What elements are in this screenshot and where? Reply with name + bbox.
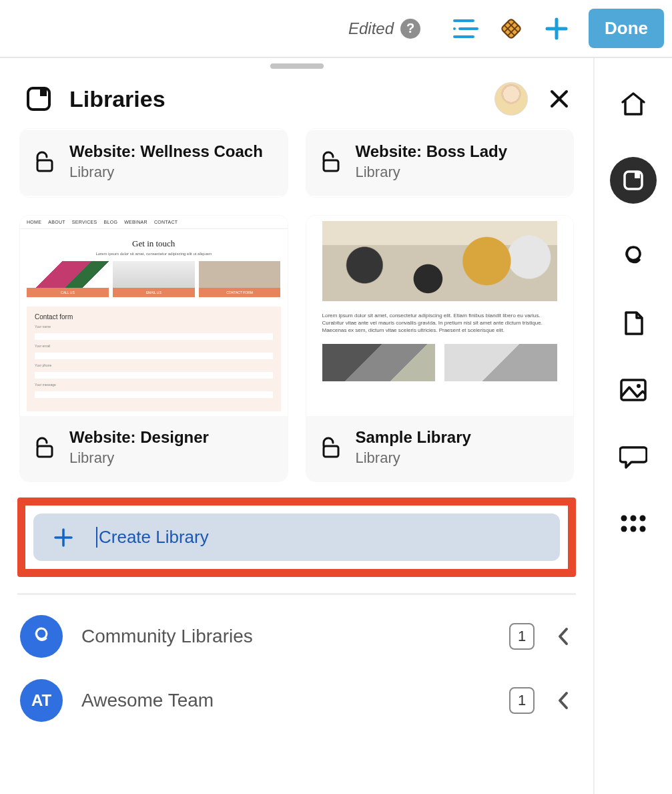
card-title: Sample Library [356,428,471,447]
unlock-icon [33,436,56,459]
library-card[interactable]: Website: Wellness Coach Library [20,129,288,197]
svg-point-30 [640,526,646,532]
library-group-row[interactable]: Community Libraries 1 [20,615,573,658]
home-icon[interactable] [619,90,647,118]
plus-icon [53,528,73,548]
svg-rect-18 [324,446,338,457]
chevron-left-icon[interactable] [553,627,573,646]
team-avatar: AT [20,679,63,722]
create-library-highlight [17,498,576,577]
chat-icon[interactable] [619,443,647,471]
add-icon[interactable] [543,15,570,42]
svg-point-24 [637,384,641,388]
edited-status: Edited ? [348,19,420,39]
svg-rect-23 [621,380,645,400]
library-card[interactable]: HOMEABOUTSERVICESBLOGWEBINARCONTACT Get … [20,216,288,481]
unlock-icon [320,436,342,459]
svg-rect-17 [37,446,52,457]
drag-handle[interactable] [270,63,324,69]
image-icon[interactable] [619,376,647,404]
chevron-left-icon[interactable] [553,691,573,710]
card-title: Website: Boss Lady [356,142,508,161]
top-toolbar: Edited ? Done [0,0,672,58]
svg-rect-16 [324,160,338,171]
card-subtitle: Library [356,449,471,467]
card-subtitle: Library [69,449,209,467]
create-library-input[interactable] [96,527,540,548]
library-tab-icon[interactable] [610,157,657,204]
svg-rect-15 [37,160,52,171]
card-title: Website: Designer [69,428,209,447]
done-button[interactable]: Done [589,9,664,48]
outline-icon[interactable] [452,15,479,42]
unlock-icon [320,150,342,173]
user-avatar[interactable] [494,82,528,116]
svg-point-28 [621,526,627,532]
svg-point-3 [453,27,456,30]
svg-rect-4 [501,18,522,39]
svg-point-29 [631,526,637,532]
svg-rect-22 [635,172,640,178]
library-icon [25,85,52,112]
group-label: Awesome Team [81,690,490,711]
svg-point-26 [631,516,637,522]
svg-point-27 [640,516,646,522]
library-card[interactable]: Website: Boss Lady Library [306,129,574,197]
library-card[interactable]: Lorem ipsum dolor sit amet, consectetur … [306,216,574,481]
svg-rect-12 [40,88,47,96]
file-icon[interactable] [619,309,647,337]
apps-icon[interactable] [619,510,647,538]
right-sidebar [593,58,672,794]
card-subtitle: Library [356,164,508,181]
help-icon[interactable]: ? [400,19,420,39]
count-badge: 1 [509,623,535,650]
create-library-row[interactable] [33,514,560,561]
community-icon [20,615,63,658]
waffle-icon[interactable] [498,15,525,42]
libraries-panel: Libraries Website: Wellness Coach Lib [0,58,593,794]
close-icon[interactable] [545,89,573,109]
card-preview: HOMEABOUTSERVICESBLOGWEBINARCONTACT Get … [20,216,288,416]
card-preview: Lorem ipsum dolor sit amet, consectetur … [306,216,574,416]
unlock-icon [33,150,56,173]
panel-title: Libraries [69,86,165,112]
svg-point-25 [621,516,627,522]
count-badge: 1 [509,687,535,714]
library-group-row[interactable]: AT Awesome Team 1 [20,679,573,722]
group-label: Community Libraries [81,626,490,647]
card-subtitle: Library [69,164,263,181]
swirl-icon[interactable] [619,242,647,270]
edited-label: Edited [348,19,394,38]
card-title: Website: Wellness Coach [69,142,263,161]
